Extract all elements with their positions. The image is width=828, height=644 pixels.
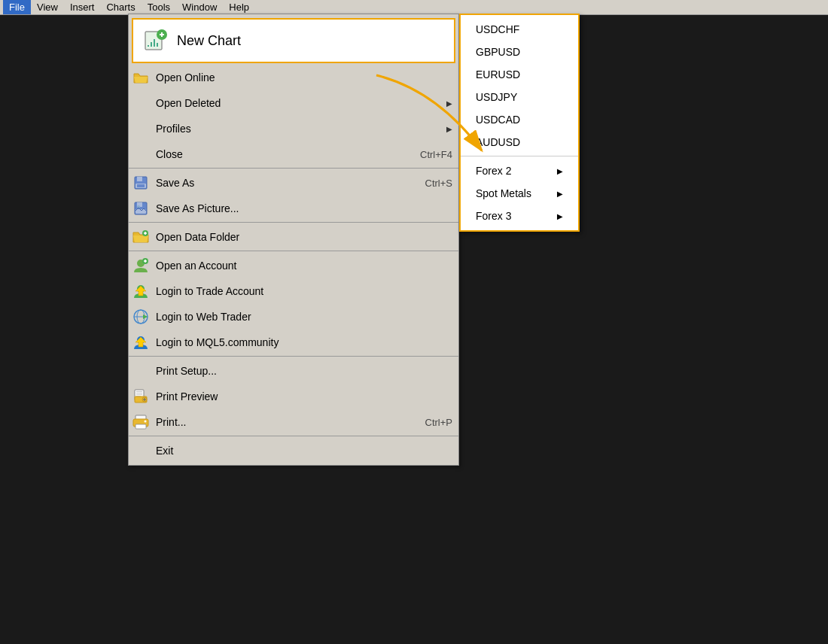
svg-rect-9	[137, 177, 142, 181]
menubar-window[interactable]: Window	[176, 0, 223, 14]
login-web-label: Login to Web Trader	[156, 311, 452, 323]
new-chart-icon	[142, 27, 169, 54]
login-mql5-label: Login to MQL5.community	[156, 336, 452, 348]
usdchf-label: USDCHF	[476, 23, 519, 35]
usdjpy-label: USDJPY	[476, 91, 517, 103]
svg-rect-41	[135, 424, 146, 429]
menubar-insert[interactable]: Insert	[64, 0, 101, 14]
menu-item-login-trade[interactable]: Login to Trade Account	[129, 278, 458, 304]
login-trade-label: Login to Trade Account	[156, 285, 452, 297]
menubar-view[interactable]: View	[31, 0, 64, 14]
menu-item-login-mql5[interactable]: Login to MQL5.community	[129, 330, 458, 357]
gbpusd-label: GBPUSD	[476, 46, 520, 58]
menu-item-profiles[interactable]: Profiles ▶	[129, 116, 458, 141]
print-label: Print...	[156, 416, 395, 428]
svg-point-42	[145, 421, 147, 423]
menu-item-open-deleted[interactable]: Open Deleted ▶	[129, 90, 458, 116]
folder-open-icon	[132, 68, 150, 87]
menubar-file[interactable]: File	[3, 0, 31, 14]
menu-item-open-account[interactable]: Open an Account	[129, 253, 458, 278]
menubar-charts[interactable]: Charts	[100, 0, 141, 14]
open-deleted-icon	[132, 94, 150, 112]
file-menu: New Chart Open Online Open Deleted ▶ Pro…	[128, 14, 459, 466]
profiles-icon	[132, 120, 150, 138]
svg-rect-33	[136, 393, 142, 395]
menu-item-print-setup[interactable]: Print Setup...	[129, 358, 458, 384]
submenu-item-usdchf[interactable]: USDCHF	[461, 18, 578, 41]
submenu-item-usdjpy[interactable]: USDJPY	[461, 86, 578, 108]
print-setup-label: Print Setup...	[156, 365, 452, 377]
menu-bar: File View Insert Charts Tools Window Hel…	[0, 0, 828, 15]
menu-item-open-data-folder[interactable]: Open Data Folder	[129, 224, 458, 251]
menu-item-print-preview[interactable]: Print Preview	[129, 384, 458, 409]
menu-item-open-online[interactable]: Open Online	[129, 65, 458, 90]
usdcad-label: USDCAD	[476, 114, 520, 126]
submenu-item-audusd[interactable]: AUDUSD	[461, 131, 578, 156]
save-icon	[132, 174, 150, 192]
forex3-label: Forex 3	[476, 210, 511, 222]
eurusd-label: EURUSD	[476, 68, 520, 80]
exit-label: Exit	[156, 445, 452, 457]
submenu-item-gbpusd[interactable]: GBPUSD	[461, 41, 578, 63]
login-trade-icon	[132, 282, 150, 300]
print-shortcut: Ctrl+P	[425, 417, 452, 428]
menu-item-print[interactable]: Print... Ctrl+P	[129, 409, 458, 436]
open-data-folder-label: Open Data Folder	[156, 231, 452, 243]
print-preview-icon	[132, 387, 150, 406]
submenu-item-usdcad[interactable]: USDCAD	[461, 108, 578, 131]
submenu-item-eurusd[interactable]: EURUSD	[461, 63, 578, 86]
menu-item-save-as[interactable]: Save As Ctrl+S	[129, 170, 458, 196]
close-label: Close	[156, 148, 390, 160]
submenu-item-forex2[interactable]: Forex 2 ▶	[461, 159, 578, 182]
submenu-item-forex3[interactable]: Forex 3 ▶	[461, 205, 578, 227]
menubar-tools[interactable]: Tools	[142, 0, 176, 14]
menu-item-exit[interactable]: Exit	[129, 438, 458, 463]
print-setup-icon	[132, 362, 150, 380]
profiles-arrow: ▶	[446, 125, 452, 133]
exit-icon	[132, 442, 150, 460]
save-as-shortcut: Ctrl+S	[425, 178, 452, 189]
menu-item-close[interactable]: Close Ctrl+F4	[129, 141, 458, 169]
save-as-picture-label: Save As Picture...	[156, 202, 452, 214]
open-deleted-label: Open Deleted	[156, 97, 440, 109]
forex2-label: Forex 2	[476, 165, 511, 177]
svg-rect-11	[137, 184, 145, 187]
forex-submenu: USDCHF GBPUSD EURUSD USDJPY USDCAD AUDUS…	[459, 14, 580, 232]
menu-item-login-web[interactable]: Login to Web Trader	[129, 304, 458, 330]
forex3-arrow: ▶	[557, 212, 563, 220]
spot-metals-label: Spot Metals	[476, 187, 531, 199]
close-menu-icon	[132, 145, 150, 163]
new-chart-label: New Chart	[177, 33, 445, 49]
spot-metals-arrow: ▶	[557, 190, 563, 198]
menu-item-new-chart[interactable]: New Chart	[132, 18, 455, 63]
forex2-arrow: ▶	[557, 167, 563, 175]
submenu-item-spot-metals[interactable]: Spot Metals ▶	[461, 182, 578, 205]
save-as-label: Save As	[156, 177, 395, 189]
open-account-label: Open an Account	[156, 260, 452, 272]
open-account-icon	[132, 257, 150, 275]
menu-item-save-as-picture[interactable]: Save As Picture...	[129, 196, 458, 223]
context-menu: New Chart Open Online Open Deleted ▶ Pro…	[128, 14, 459, 466]
menubar-help[interactable]: Help	[223, 0, 255, 14]
svg-rect-32	[136, 391, 142, 393]
close-shortcut: Ctrl+F4	[420, 149, 452, 160]
print-icon	[132, 413, 150, 431]
login-web-icon	[132, 308, 150, 326]
data-folder-icon	[132, 228, 150, 246]
save-picture-icon	[132, 199, 150, 217]
login-mql5-icon	[132, 333, 150, 351]
profiles-label: Profiles	[156, 123, 440, 135]
audusd-label: AUDUSD	[476, 136, 520, 148]
open-deleted-arrow: ▶	[446, 99, 452, 108]
open-online-label: Open Online	[156, 71, 452, 84]
print-preview-label: Print Preview	[156, 390, 452, 402]
